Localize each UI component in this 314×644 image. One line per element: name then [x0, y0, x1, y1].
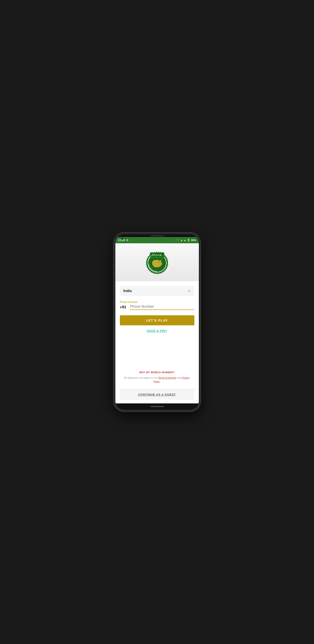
- logo-svg: ASSAM ✦ ✦ ✦: [144, 248, 170, 275]
- logo-section: ASSAM ✦ ✦ ✦: [115, 243, 199, 281]
- svg-text:✦: ✦: [157, 259, 158, 260]
- svg-text:✦: ✦: [154, 260, 155, 262]
- phone-top-bar: [115, 234, 199, 237]
- lets-play-button[interactable]: LET'S PLAY: [120, 315, 194, 325]
- continue-guest-button[interactable]: CONTINUE AS A GUEST: [120, 389, 194, 400]
- screen-content: ASSAM ✦ ✦ ✦: [115, 243, 199, 404]
- chevron-down-icon: ▼: [188, 289, 191, 293]
- signal-icon: ▲: [184, 239, 186, 242]
- have-pin-anchor[interactable]: HAVE A PIN?: [147, 329, 167, 333]
- phone-number-input[interactable]: [130, 304, 194, 308]
- battery-icon: 🔋: [187, 239, 190, 242]
- svg-rect-9: [156, 265, 157, 268]
- wifi-icon: ▲: [180, 239, 183, 242]
- svg-rect-8: [154, 265, 155, 267]
- battery-percent: 94%: [191, 239, 196, 242]
- camera-dot: [122, 238, 123, 240]
- time-display: 11:55: [118, 238, 125, 242]
- country-label: India: [123, 289, 132, 293]
- phone-input-wrapper: [130, 304, 194, 310]
- have-pin-link: HAVE A PIN?: [120, 329, 194, 333]
- svg-point-7: [158, 262, 159, 262]
- speaker-grill: [151, 235, 164, 236]
- country-select[interactable]: India ▼: [120, 286, 194, 296]
- vibrate-icon: ⋮⋮: [175, 239, 180, 242]
- svg-rect-10: [157, 265, 159, 267]
- terms-prefix: By signing in, you agree to our: [124, 376, 158, 379]
- spacer: [120, 338, 194, 368]
- bottom-nav-bar: [115, 404, 199, 410]
- form-section: India ▼ Phone Number +91 LET'S PLAY HAVE…: [115, 281, 199, 404]
- phone-input-row: +91: [120, 304, 194, 310]
- status-right: ⋮⋮ ▲ ▲ 🔋 94%: [175, 239, 196, 242]
- why-number-text: WHY MY MOBILE NUMBER?: [123, 371, 191, 374]
- bottom-section: WHY MY MOBILE NUMBER? By signing in, you…: [120, 368, 194, 389]
- home-indicator: [151, 406, 164, 407]
- terms-text: By signing in, you agree to our Terms of…: [123, 376, 191, 383]
- terms-suffix: .: [160, 380, 160, 383]
- phone-field-label: Phone Number: [120, 300, 194, 304]
- phone-field-container: Phone Number +91: [120, 300, 194, 315]
- country-code: +91: [120, 305, 128, 310]
- phone-frame: 11:55 ⊙ ⋮⋮ ▲ ▲ 🔋 94%: [114, 232, 201, 412]
- terms-conjunction: and: [176, 376, 182, 379]
- terms-of-service-link[interactable]: Terms of Service: [158, 376, 176, 379]
- assam-logo: ASSAM ✦ ✦ ✦: [144, 248, 170, 276]
- notification-icon: ⊙: [126, 238, 128, 242]
- svg-text:✦: ✦: [160, 260, 161, 262]
- status-bar: 11:55 ⊙ ⋮⋮ ▲ ▲ 🔋 94%: [115, 237, 199, 243]
